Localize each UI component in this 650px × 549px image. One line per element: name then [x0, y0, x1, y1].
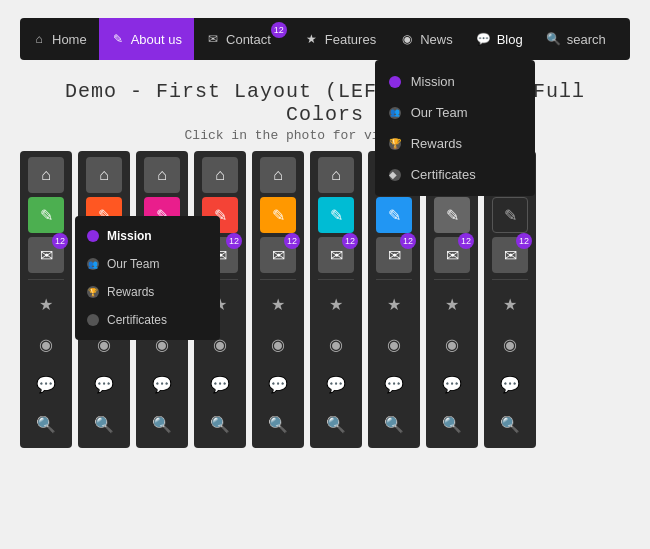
bar7-search-icon[interactable]: 🔍: [376, 406, 412, 442]
bar6-globe-icon[interactable]: ◉: [318, 326, 354, 362]
bar4-chat-icon[interactable]: 💬: [202, 366, 238, 402]
dropdown-item-team[interactable]: 👥 Our Team: [375, 97, 535, 128]
nav-item-features[interactable]: ★ Features: [293, 18, 388, 60]
bar7-edit-icon[interactable]: ✎: [376, 197, 412, 233]
nav-label-blog: Blog: [497, 32, 523, 47]
ld-team-label: Our Team: [107, 257, 159, 271]
dropdown-item-rewards[interactable]: 🏆 Rewards: [375, 128, 535, 159]
bar6-search-icon[interactable]: 🔍: [318, 406, 354, 442]
blog-icon: 💬: [477, 32, 491, 46]
nav-label-news: News: [420, 32, 453, 47]
bar8-mail-icon[interactable]: ✉ 12: [434, 237, 470, 273]
bar7-mail-icon[interactable]: ✉ 12: [376, 237, 412, 273]
bar5-home-icon[interactable]: ⌂: [260, 157, 296, 193]
nav-blog-area: 💬 Blog Mission 👥 Our Team 🏆 Rewards ◆: [465, 18, 535, 60]
ld-cert-icon: [87, 314, 99, 326]
dropdown-item-certificates[interactable]: ◆ Certificates: [375, 159, 535, 190]
bar5-mail-icon[interactable]: ✉ 12: [260, 237, 296, 273]
bar1-badge: 12: [52, 233, 68, 249]
bar5-globe-icon[interactable]: ◉: [260, 326, 296, 362]
team-icon: 👥: [389, 107, 401, 119]
bar9-chat-icon[interactable]: 💬: [492, 366, 528, 402]
bar5-feature-icon[interactable]: ★: [260, 286, 296, 322]
bar7-feature-icon[interactable]: ★: [376, 286, 412, 322]
bar6-mail-icon[interactable]: ✉ 12: [318, 237, 354, 273]
bar8-chat-icon[interactable]: 💬: [434, 366, 470, 402]
bar1-mail-icon[interactable]: ✉ 12: [28, 237, 64, 273]
features-icon: ★: [305, 32, 319, 46]
demo-text-section: Demo - First Layout (LEFT MENU BAR) Full…: [0, 70, 650, 151]
bar2-chat-icon[interactable]: 💬: [86, 366, 122, 402]
bar5-edit-icon[interactable]: ✎: [260, 197, 296, 233]
bar3-search-icon[interactable]: 🔍: [144, 406, 180, 442]
nav-item-blog[interactable]: 💬 Blog: [465, 32, 535, 47]
nav-label-contact: Contact: [226, 32, 271, 47]
bar1-globe-icon[interactable]: ◉: [28, 326, 64, 362]
left-dropdown-certificates[interactable]: Certificates: [75, 306, 220, 334]
nav-item-contact[interactable]: ✉ Contact 12: [194, 18, 293, 60]
nav-item-about[interactable]: ✎ About us: [99, 18, 194, 60]
top-section: ⌂ Home ✎ About us ✉ Contact 12 ★ Feature…: [0, 0, 650, 70]
bar6-feature-icon[interactable]: ★: [318, 286, 354, 322]
bar2-search-icon[interactable]: 🔍: [86, 406, 122, 442]
nav-label-search: search: [567, 32, 606, 47]
ld-rewards-label: Rewards: [107, 285, 154, 299]
bar4-home-icon[interactable]: ⌂: [202, 157, 238, 193]
contact-badge: 12: [271, 22, 287, 38]
contact-icon: ✉: [206, 32, 220, 46]
bar8-search-icon[interactable]: 🔍: [434, 406, 470, 442]
bar9-feature-icon[interactable]: ★: [492, 286, 528, 322]
bar6-home-icon[interactable]: ⌂: [318, 157, 354, 193]
dropdown-label-certificates: Certificates: [411, 167, 476, 182]
bar5-search-icon[interactable]: 🔍: [260, 406, 296, 442]
bar9-mail-icon[interactable]: ✉ 12: [492, 237, 528, 273]
bar1-feature-icon[interactable]: ★: [28, 286, 64, 322]
home-icon: ⌂: [32, 32, 46, 46]
bar2-home-icon[interactable]: ⌂: [86, 157, 122, 193]
bar8-feature-icon[interactable]: ★: [434, 286, 470, 322]
ld-cert-label: Certificates: [107, 313, 167, 327]
dropdown-item-mission[interactable]: Mission: [375, 66, 535, 97]
ld-rewards-icon: 🏆: [87, 286, 99, 298]
bar9-edit-icon[interactable]: ✎: [492, 197, 528, 233]
bar8-edit-icon[interactable]: ✎: [434, 197, 470, 233]
bar7-chat-icon[interactable]: 💬: [376, 366, 412, 402]
bar7-badge: 12: [400, 233, 416, 249]
bar7-globe-icon[interactable]: ◉: [376, 326, 412, 362]
bar6-edit-icon[interactable]: ✎: [318, 197, 354, 233]
ld-mission-icon: [87, 230, 99, 242]
bar9-globe-icon[interactable]: ◉: [492, 326, 528, 362]
dropdown-label-team: Our Team: [411, 105, 468, 120]
bar5-chat-icon[interactable]: 💬: [260, 366, 296, 402]
mission-icon: [389, 76, 401, 88]
bar1-separator: [28, 279, 64, 280]
bar1-edit-icon[interactable]: ✎: [28, 197, 64, 233]
left-dropdown-mission[interactable]: Mission: [75, 222, 220, 250]
nav-item-search[interactable]: 🔍 search: [535, 18, 618, 60]
nav-label-about: About us: [131, 32, 182, 47]
bar5-badge: 12: [284, 233, 300, 249]
menu-bar-5: ⌂ ✎ ✉ 12 ★ ◉ 💬 🔍: [252, 151, 304, 448]
bar9-search-icon[interactable]: 🔍: [492, 406, 528, 442]
bar1-home-icon[interactable]: ⌂: [28, 157, 64, 193]
bar8-globe-icon[interactable]: ◉: [434, 326, 470, 362]
nav-item-news[interactable]: ◉ News: [388, 18, 465, 60]
nav-item-home[interactable]: ⌂ Home: [20, 18, 99, 60]
left-dropdown-team[interactable]: 👥 Our Team: [75, 250, 220, 278]
bar3-chat-icon[interactable]: 💬: [144, 366, 180, 402]
blog-dropdown: Mission 👥 Our Team 🏆 Rewards ◆ Certifica…: [375, 60, 535, 196]
top-nav: ⌂ Home ✎ About us ✉ Contact 12 ★ Feature…: [20, 18, 630, 60]
bottom-section: ⌂ ✎ ✉ 12 ★ ◉ 💬 🔍 Mission 👥: [0, 151, 650, 458]
bar4-badge: 12: [226, 233, 242, 249]
menu-bar-6: ⌂ ✎ ✉ 12 ★ ◉ 💬 🔍: [310, 151, 362, 448]
left-dropdown: Mission 👥 Our Team 🏆 Rewards Certificate…: [75, 216, 220, 340]
bar3-home-icon[interactable]: ⌂: [144, 157, 180, 193]
left-dropdown-rewards[interactable]: 🏆 Rewards: [75, 278, 220, 306]
bar1-search-icon[interactable]: 🔍: [28, 406, 64, 442]
bar6-chat-icon[interactable]: 💬: [318, 366, 354, 402]
bar1-chat-icon[interactable]: 💬: [28, 366, 64, 402]
bar5-separator: [260, 279, 296, 280]
bar4-search-icon[interactable]: 🔍: [202, 406, 238, 442]
bar8-separator: [434, 279, 470, 280]
bar6-separator: [318, 279, 354, 280]
